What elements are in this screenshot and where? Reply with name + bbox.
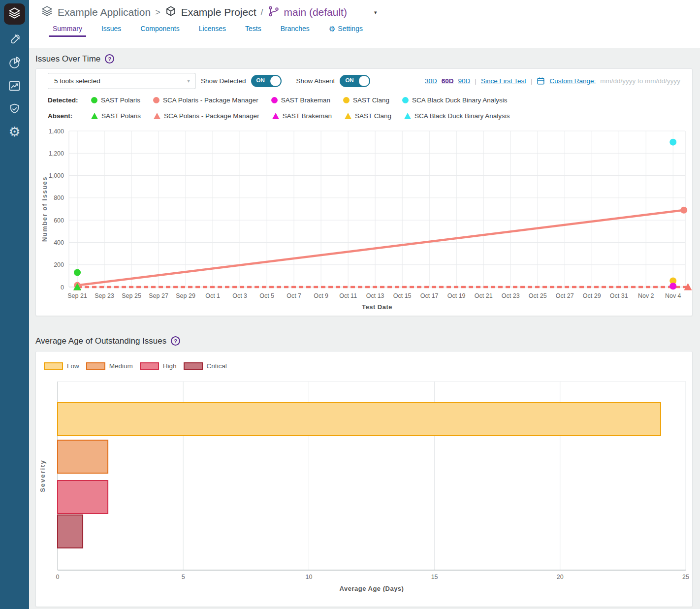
legend-label: SAST Clang	[355, 112, 391, 120]
app-logo[interactable]	[4, 3, 25, 25]
show-detected-toggle[interactable]: ON	[251, 75, 282, 87]
svg-text:Oct 1: Oct 1	[205, 292, 220, 299]
breadcrumb-application[interactable]: Example Application	[58, 6, 151, 18]
top-header: Example Application > Example Project / …	[29, 0, 700, 48]
tab-tests[interactable]: Tests	[241, 23, 265, 37]
absent-legend-row: Absent: SAST Polaris SCA Polaris - Packa…	[48, 108, 692, 124]
svg-text:0: 0	[56, 574, 60, 580]
tab-summary[interactable]: Summary	[49, 23, 86, 37]
sidebar-item-security[interactable]	[4, 100, 25, 117]
swatch-icon	[184, 362, 203, 370]
app-root: ⚙ Example Application > Example Project	[0, 0, 700, 609]
triangle-marker-icon	[272, 113, 279, 119]
legend-item[interactable]: SAST Brakeman	[272, 112, 332, 120]
legend-item[interactable]: Medium	[86, 362, 133, 370]
legend-label: SAST Clang	[353, 96, 389, 104]
legend-item[interactable]: SCA Black Duck Binary Analysis	[402, 96, 508, 104]
svg-text:600: 600	[54, 217, 64, 224]
legend-item[interactable]: SAST Brakeman	[271, 96, 330, 104]
legend-item[interactable]: SAST Polaris	[91, 96, 140, 104]
tools-select[interactable]: 5 tools selected ▾	[48, 73, 195, 89]
sidebar-item-tests[interactable]	[4, 31, 25, 48]
average-age-card: Low Medium High Critical 0510152025Avera…	[35, 351, 693, 607]
svg-text:25: 25	[682, 574, 689, 580]
average-age-chart: 0510152025Average Age (Days)Severity	[36, 378, 692, 604]
svg-text:Severity: Severity	[39, 459, 46, 492]
sidebar-item-settings[interactable]: ⚙	[4, 124, 25, 140]
legend-label: SCA Black Duck Binary Analysis	[412, 96, 508, 104]
swatch-icon	[86, 362, 105, 370]
range-60d[interactable]: 60D	[442, 77, 454, 85]
separator: |	[531, 77, 533, 85]
svg-text:200: 200	[54, 261, 64, 268]
tab-components[interactable]: Components	[136, 23, 183, 37]
help-icon[interactable]: ?	[171, 336, 180, 346]
svg-text:Oct 19: Oct 19	[447, 292, 466, 299]
legend-item[interactable]: SCA Black Duck Binary Analysis	[404, 112, 510, 120]
svg-text:15: 15	[431, 574, 438, 580]
svg-text:Oct 13: Oct 13	[366, 292, 384, 299]
tab-label: Summary	[53, 25, 82, 32]
tab-label: Issues	[101, 25, 121, 32]
show-detected-label: Show Detected	[201, 77, 246, 85]
since-first-test-link[interactable]: Since First Test	[481, 77, 526, 85]
sidebar-item-trends[interactable]	[4, 77, 25, 94]
tab-label: Licenses	[199, 25, 226, 32]
triangle-marker-icon	[345, 113, 351, 119]
pie-chart-icon	[8, 56, 21, 69]
legend-label: Critical	[207, 362, 227, 370]
legend-item[interactable]: Critical	[184, 362, 227, 370]
gear-icon: ⚙	[329, 25, 335, 32]
breadcrumb-separator: >	[155, 7, 160, 18]
breadcrumb-branch[interactable]: main (default)	[284, 6, 347, 18]
branch-dropdown-caret[interactable]: ▾	[374, 9, 377, 16]
svg-text:Nov 2: Nov 2	[638, 292, 654, 299]
line-chart-icon	[8, 79, 21, 93]
legend-item[interactable]: High	[140, 362, 177, 370]
legend-item[interactable]: SAST Clang	[343, 96, 389, 104]
separator: |	[475, 77, 477, 85]
range-30d[interactable]: 30D	[425, 77, 437, 85]
sidebar-item-reports[interactable]	[4, 54, 25, 71]
svg-text:Oct 21: Oct 21	[475, 292, 493, 299]
svg-text:Sep 21: Sep 21	[67, 292, 87, 299]
average-age-title: Average Age of Outstanding Issues ?	[35, 336, 693, 346]
application-layers-icon	[41, 5, 53, 20]
shield-check-icon	[8, 102, 21, 116]
custom-range-link[interactable]: Custom Range:	[549, 77, 596, 85]
legend-label: SAST Polaris	[101, 96, 140, 104]
svg-text:Sep 23: Sep 23	[95, 292, 114, 299]
tab-licenses[interactable]: Licenses	[195, 23, 230, 37]
swatch-icon	[44, 362, 63, 370]
show-absent-label: Show Absent	[296, 77, 335, 85]
legend-label: SAST Brakeman	[281, 96, 330, 104]
help-icon[interactable]: ?	[105, 54, 114, 64]
svg-text:Sep 29: Sep 29	[176, 292, 195, 299]
section-title-text: Average Age of Outstanding Issues	[35, 336, 166, 346]
breadcrumb-project[interactable]: Example Project	[181, 6, 256, 18]
tab-issues[interactable]: Issues	[97, 23, 125, 37]
tab-label: Tests	[245, 25, 261, 32]
legend-item[interactable]: SCA Polaris - Package Manager	[153, 96, 258, 104]
svg-text:Oct 11: Oct 11	[339, 292, 357, 299]
custom-range-input[interactable]: mm/dd/yyyy to mm/dd/yyyy	[600, 77, 680, 85]
svg-text:Sep 25: Sep 25	[122, 292, 141, 299]
legend-item[interactable]: SAST Polaris	[91, 112, 141, 120]
range-90d[interactable]: 90D	[458, 77, 471, 85]
legend-item[interactable]: SAST Clang	[345, 112, 391, 120]
show-absent-toggle[interactable]: ON	[340, 75, 370, 87]
toggle-on-text: ON	[256, 77, 265, 83]
svg-text:Oct 25: Oct 25	[529, 292, 547, 299]
legend-item[interactable]: SCA Polaris - Package Manager	[154, 112, 259, 120]
severity-legend: Low Medium High Critical	[36, 352, 692, 372]
legend-label: SAST Brakeman	[283, 112, 332, 120]
legend-label: SCA Polaris - Package Manager	[164, 112, 259, 120]
svg-text:Oct 29: Oct 29	[583, 292, 601, 299]
svg-text:20: 20	[557, 574, 564, 580]
legend-label: Medium	[109, 362, 133, 370]
tab-settings[interactable]: ⚙ Settings	[325, 23, 367, 37]
svg-text:10: 10	[305, 574, 312, 580]
absent-label: Absent:	[48, 112, 91, 120]
tab-branches[interactable]: Branches	[277, 23, 314, 37]
legend-item[interactable]: Low	[44, 362, 79, 370]
